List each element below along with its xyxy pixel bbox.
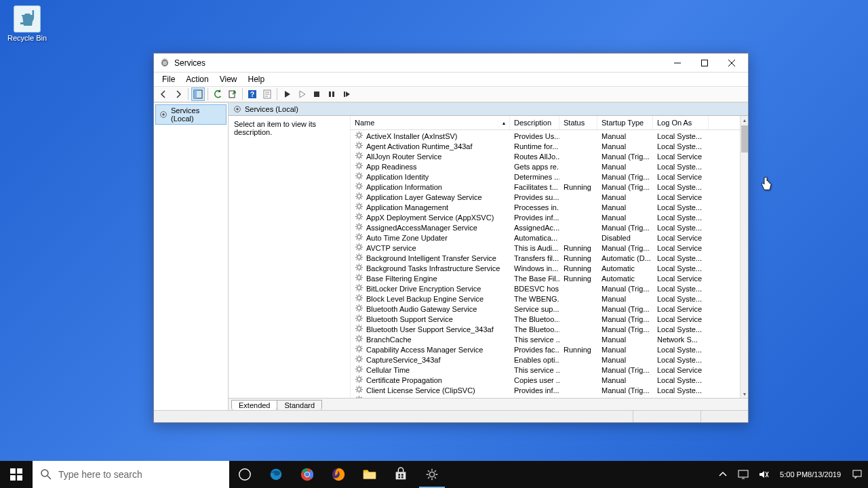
table-row[interactable]: Agent Activation Runtime_343afRuntime fo… — [351, 141, 740, 151]
start-service-button[interactable] — [280, 87, 294, 101]
notifications-button[interactable] — [848, 461, 867, 488]
properties-button[interactable] — [260, 87, 274, 101]
services-list[interactable]: Name▴ Description Status Startup Type Lo… — [351, 116, 748, 398]
cell-description: Provides Us... — [510, 132, 559, 140]
cell-logon: Local Syste... — [653, 346, 709, 354]
scroll-down-arrow[interactable]: ▾ — [741, 390, 748, 398]
table-row[interactable]: App ReadinessGets apps re...ManualLocal … — [351, 161, 740, 171]
gear-icon — [355, 151, 363, 161]
search-box[interactable]: Type here to search — [33, 461, 229, 488]
show-hide-tree-button[interactable] — [191, 87, 205, 101]
titlebar[interactable]: Services — [154, 54, 748, 73]
svg-point-20 — [357, 174, 361, 178]
table-row[interactable]: Clipboard User Service_343afThis user se… — [351, 395, 740, 398]
menu-file[interactable]: File — [157, 73, 180, 85]
cell-name: BranchCache — [351, 334, 510, 344]
table-row[interactable]: Capability Access Manager ServiceProvide… — [351, 344, 740, 354]
forward-button[interactable] — [172, 87, 185, 101]
scroll-up-arrow[interactable]: ▴ — [741, 116, 748, 124]
cell-description: Enables opti... — [510, 356, 559, 364]
table-row[interactable]: AllJoyn Router ServiceRoutes AllJo...Man… — [351, 151, 740, 161]
chrome-button[interactable] — [292, 461, 323, 488]
back-button[interactable] — [157, 87, 170, 101]
table-row[interactable]: Auto Time Zone UpdaterAutomatica...Disab… — [351, 232, 740, 243]
cell-name: CaptureService_343af — [351, 354, 510, 365]
help-button[interactable]: ? — [245, 87, 259, 101]
maximize-button[interactable] — [691, 54, 718, 72]
svg-point-31 — [357, 286, 361, 290]
cell-logon: Local Syste... — [653, 183, 709, 191]
file-explorer-button[interactable] — [354, 461, 385, 488]
table-row[interactable]: AppX Deployment Service (AppXSVC)Provide… — [351, 212, 740, 222]
task-view-button[interactable] — [229, 461, 260, 488]
cell-description: This is Audi... — [510, 244, 559, 252]
svg-point-32 — [357, 296, 361, 300]
close-button[interactable] — [718, 54, 745, 72]
table-row[interactable]: ActiveX Installer (AxInstSV)Provides Us.… — [351, 131, 740, 141]
tab-standard[interactable]: Standard — [277, 400, 322, 410]
pause-service-button[interactable] — [325, 87, 338, 101]
start-service-alt-button[interactable] — [295, 87, 309, 101]
table-row[interactable]: Bluetooth Support ServiceThe Bluetoo...M… — [351, 314, 740, 324]
table-row[interactable]: Cellular TimeThis service ...Manual (Tri… — [351, 365, 740, 375]
minimize-button[interactable] — [664, 54, 691, 72]
svg-rect-56 — [398, 474, 400, 476]
svg-rect-62 — [853, 470, 861, 476]
column-name[interactable]: Name▴ — [351, 116, 510, 129]
table-row[interactable]: Background Tasks Infrastructure ServiceW… — [351, 263, 740, 273]
column-description[interactable]: Description — [510, 116, 559, 129]
tray-volume-icon[interactable] — [754, 461, 773, 488]
cell-name: Client License Service (ClipSVC) — [351, 385, 510, 395]
console-tree[interactable]: Services (Local) — [154, 103, 229, 410]
table-row[interactable]: BranchCacheThis service ...ManualNetwork… — [351, 334, 740, 344]
separator — [208, 88, 208, 100]
table-row[interactable]: Bluetooth Audio Gateway ServiceService s… — [351, 304, 740, 314]
table-row[interactable]: Application InformationFacilitates t...R… — [351, 182, 740, 192]
stop-service-button[interactable] — [310, 87, 323, 101]
cell-logon: Local Syste... — [653, 163, 709, 171]
cell-logon: Local Syste... — [653, 203, 709, 211]
menu-help[interactable]: Help — [243, 73, 271, 85]
table-row[interactable]: Base Filtering EngineThe Base Fil...Runn… — [351, 273, 740, 283]
vertical-scrollbar[interactable]: ▴ ▾ — [740, 116, 748, 398]
export-button[interactable] — [226, 87, 239, 101]
services-app-icon — [159, 58, 170, 68]
recycle-bin-icon[interactable]: Recycle Bin — [7, 5, 47, 42]
cell-description: Service sup... — [510, 305, 559, 313]
cell-logon: Local Syste... — [653, 132, 709, 140]
tab-extended[interactable]: Extended — [231, 400, 277, 410]
tray-display-icon[interactable] — [734, 461, 753, 488]
table-row[interactable]: Background Intelligent Transfer ServiceT… — [351, 253, 740, 263]
services-taskbar-button[interactable] — [416, 461, 448, 488]
column-status[interactable]: Status — [559, 116, 597, 129]
gear-icon — [355, 273, 363, 283]
column-startup-type[interactable]: Startup Type — [597, 116, 653, 129]
refresh-button[interactable] — [211, 87, 224, 101]
table-row[interactable]: Application IdentityDetermines ...Manual… — [351, 171, 740, 182]
cell-startup: Manual — [597, 376, 653, 384]
table-row[interactable]: BitLocker Drive Encryption ServiceBDESVC… — [351, 283, 740, 293]
table-row[interactable]: Block Level Backup Engine ServiceThe WBE… — [351, 293, 740, 304]
table-row[interactable]: AVCTP serviceThis is Audi...RunningManua… — [351, 243, 740, 253]
menu-action[interactable]: Action — [180, 73, 214, 85]
table-row[interactable]: AssignedAccessManager ServiceAssignedAc.… — [351, 222, 740, 232]
search-icon — [41, 469, 52, 480]
restart-service-button[interactable] — [340, 87, 353, 101]
edge-button[interactable] — [260, 461, 292, 488]
table-row[interactable]: Certificate PropagationCopies user ...Ma… — [351, 375, 740, 385]
table-row[interactable]: Application ManagementProcesses in...Man… — [351, 202, 740, 212]
firefox-button[interactable] — [323, 461, 354, 488]
tray-clock[interactable]: 5:00 PM 8/13/2019 — [774, 461, 846, 488]
table-row[interactable]: Application Layer Gateway ServiceProvide… — [351, 192, 740, 202]
table-row[interactable]: Bluetooth User Support Service_343afThe … — [351, 324, 740, 334]
menu-view[interactable]: View — [214, 73, 243, 85]
tray-chevron-icon[interactable] — [713, 461, 732, 488]
tree-item-services-local[interactable]: Services (Local) — [155, 104, 226, 125]
microsoft-store-button[interactable] — [385, 461, 416, 488]
cell-startup: Disabled — [597, 234, 653, 242]
scroll-thumb[interactable] — [741, 125, 748, 152]
table-row[interactable]: CaptureService_343afEnables opti...Manua… — [351, 354, 740, 365]
column-log-on-as[interactable]: Log On As — [653, 116, 709, 129]
table-row[interactable]: Client License Service (ClipSVC)Provides… — [351, 385, 740, 395]
start-button[interactable] — [0, 461, 33, 488]
